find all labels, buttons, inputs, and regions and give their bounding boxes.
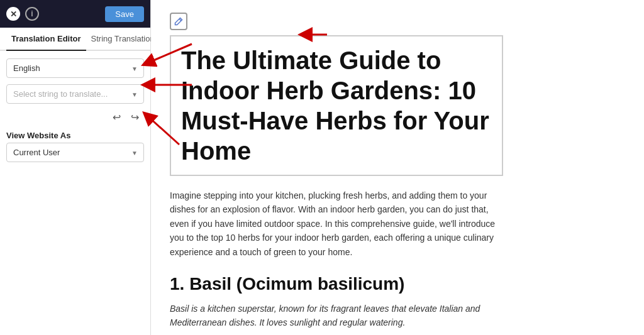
string-select-wrapper: Select string to translate... ▼ xyxy=(6,84,144,104)
redo-button[interactable]: ↪ xyxy=(128,110,142,124)
main-heading: The Ultimate Guide to Indoor Herb Garden… xyxy=(181,45,492,166)
language-select-wrapper: English Spanish French German Italian ▼ xyxy=(6,58,144,78)
content-area: The Ultimate Guide to Indoor Herb Garden… xyxy=(151,0,644,335)
tab-string-translation[interactable]: String Translation xyxy=(86,28,160,51)
undo-button[interactable]: ↩ xyxy=(110,110,123,124)
tab-bar: Translation Editor String Translation xyxy=(0,28,150,51)
subheading-basil: 1. Basil (Ocimum basilicum) xyxy=(170,274,625,294)
undo-redo-bar: ↩ ↪ xyxy=(6,110,144,124)
close-button[interactable]: ✕ xyxy=(6,7,20,21)
edit-icon-button[interactable] xyxy=(170,13,187,30)
language-select[interactable]: English Spanish French German Italian xyxy=(6,58,144,78)
user-select-wrapper: Current User Guest Admin ▼ xyxy=(6,143,144,162)
view-website-label: View Website As xyxy=(6,131,144,140)
intro-paragraph: Imagine stepping into your kitchen, pluc… xyxy=(170,189,497,259)
save-button[interactable]: Save xyxy=(105,6,144,22)
top-bar: ✕ i Save xyxy=(0,0,150,28)
info-button[interactable]: i xyxy=(25,7,39,21)
panel-content: English Spanish French German Italian ▼ … xyxy=(0,51,150,170)
string-select[interactable]: Select string to translate... xyxy=(6,84,144,104)
view-website-section: View Website As Current User Guest Admin… xyxy=(6,131,144,162)
tab-translation-editor[interactable]: Translation Editor xyxy=(6,28,86,51)
user-select[interactable]: Current User Guest Admin xyxy=(6,143,144,162)
basil-description: Basil is a kitchen superstar, known for … xyxy=(170,302,497,330)
